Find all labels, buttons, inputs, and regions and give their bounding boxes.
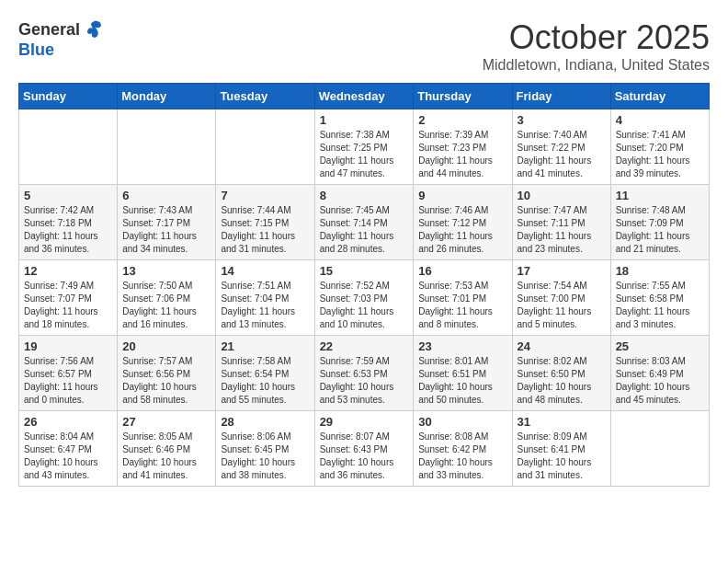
day-number: 4 <box>616 113 704 127</box>
logo: General Blue <box>18 18 104 60</box>
calendar-day-cell: 12Sunrise: 7:49 AM Sunset: 7:07 PM Dayli… <box>19 260 118 336</box>
weekday-header-friday: Friday <box>512 84 610 109</box>
day-number: 8 <box>320 189 409 202</box>
day-number: 23 <box>418 339 506 353</box>
calendar-day-cell: 25Sunrise: 8:03 AM Sunset: 6:49 PM Dayli… <box>610 336 709 411</box>
day-number: 7 <box>221 189 309 202</box>
day-info: Sunrise: 7:45 AM Sunset: 7:14 PM Dayligh… <box>320 204 409 256</box>
calendar-day-cell: 16Sunrise: 7:53 AM Sunset: 7:01 PM Dayli… <box>414 260 512 336</box>
day-number: 25 <box>616 339 704 353</box>
day-number: 22 <box>320 339 409 353</box>
calendar-day-cell: 20Sunrise: 7:57 AM Sunset: 6:56 PM Dayli… <box>118 336 216 411</box>
calendar-day-cell: 2Sunrise: 7:39 AM Sunset: 7:23 PM Daylig… <box>414 109 512 185</box>
weekday-header-sunday: Sunday <box>19 84 118 109</box>
day-info: Sunrise: 8:06 AM Sunset: 6:45 PM Dayligh… <box>221 431 309 482</box>
calendar-day-cell <box>610 411 709 487</box>
calendar-day-cell: 17Sunrise: 7:54 AM Sunset: 7:00 PM Dayli… <box>512 260 610 336</box>
day-info: Sunrise: 8:01 AM Sunset: 6:51 PM Dayligh… <box>418 355 506 407</box>
day-number: 3 <box>518 113 606 127</box>
calendar-table: SundayMondayTuesdayWednesdayThursdayFrid… <box>18 83 710 487</box>
calendar-day-cell: 13Sunrise: 7:50 AM Sunset: 7:06 PM Dayli… <box>118 260 216 336</box>
calendar-day-cell: 14Sunrise: 7:51 AM Sunset: 7:04 PM Dayli… <box>216 260 314 336</box>
day-info: Sunrise: 7:44 AM Sunset: 7:15 PM Dayligh… <box>221 204 309 256</box>
day-info: Sunrise: 8:03 AM Sunset: 6:49 PM Dayligh… <box>616 355 704 407</box>
day-number: 24 <box>518 339 606 353</box>
weekday-header-wednesday: Wednesday <box>314 84 414 109</box>
calendar-day-cell: 6Sunrise: 7:43 AM Sunset: 7:17 PM Daylig… <box>118 185 216 260</box>
day-info: Sunrise: 7:42 AM Sunset: 7:18 PM Dayligh… <box>24 204 112 256</box>
day-number: 12 <box>24 264 112 278</box>
day-number: 5 <box>24 189 112 202</box>
month-title: October 2025 <box>483 18 710 57</box>
calendar-day-cell: 5Sunrise: 7:42 AM Sunset: 7:18 PM Daylig… <box>19 185 118 260</box>
calendar-day-cell: 8Sunrise: 7:45 AM Sunset: 7:14 PM Daylig… <box>314 185 414 260</box>
day-number: 10 <box>518 189 606 202</box>
day-number: 28 <box>221 415 309 429</box>
day-number: 13 <box>122 264 210 278</box>
day-info: Sunrise: 7:55 AM Sunset: 6:58 PM Dayligh… <box>616 280 704 331</box>
calendar-week-row: 1Sunrise: 7:38 AM Sunset: 7:25 PM Daylig… <box>19 109 710 185</box>
calendar-day-cell <box>118 109 216 185</box>
day-number: 11 <box>616 189 704 202</box>
calendar-day-cell: 4Sunrise: 7:41 AM Sunset: 7:20 PM Daylig… <box>610 109 709 185</box>
day-info: Sunrise: 7:43 AM Sunset: 7:17 PM Dayligh… <box>122 204 210 256</box>
logo-bird-icon <box>82 18 104 40</box>
day-info: Sunrise: 7:56 AM Sunset: 6:57 PM Dayligh… <box>24 355 112 407</box>
day-number: 30 <box>418 415 506 429</box>
day-info: Sunrise: 7:39 AM Sunset: 7:23 PM Dayligh… <box>418 129 506 180</box>
calendar-day-cell <box>19 109 118 185</box>
calendar-day-cell: 15Sunrise: 7:52 AM Sunset: 7:03 PM Dayli… <box>314 260 414 336</box>
day-info: Sunrise: 8:02 AM Sunset: 6:50 PM Dayligh… <box>518 355 606 407</box>
calendar-week-row: 19Sunrise: 7:56 AM Sunset: 6:57 PM Dayli… <box>19 336 710 411</box>
calendar-day-cell: 31Sunrise: 8:09 AM Sunset: 6:41 PM Dayli… <box>512 411 610 487</box>
day-info: Sunrise: 7:58 AM Sunset: 6:54 PM Dayligh… <box>221 355 309 407</box>
logo-blue-text: Blue <box>18 40 54 60</box>
day-info: Sunrise: 7:38 AM Sunset: 7:25 PM Dayligh… <box>320 129 409 180</box>
calendar-day-cell: 29Sunrise: 8:07 AM Sunset: 6:43 PM Dayli… <box>314 411 414 487</box>
day-info: Sunrise: 7:54 AM Sunset: 7:00 PM Dayligh… <box>518 280 606 331</box>
calendar-day-cell: 26Sunrise: 8:04 AM Sunset: 6:47 PM Dayli… <box>19 411 118 487</box>
day-number: 21 <box>221 339 309 353</box>
day-number: 1 <box>320 113 409 127</box>
day-info: Sunrise: 7:41 AM Sunset: 7:20 PM Dayligh… <box>616 129 704 180</box>
day-info: Sunrise: 7:52 AM Sunset: 7:03 PM Dayligh… <box>320 280 409 331</box>
day-number: 17 <box>518 264 606 278</box>
day-number: 19 <box>24 339 112 353</box>
day-number: 6 <box>122 189 210 202</box>
day-info: Sunrise: 7:50 AM Sunset: 7:06 PM Dayligh… <box>122 280 210 331</box>
weekday-header-monday: Monday <box>118 84 216 109</box>
day-info: Sunrise: 7:59 AM Sunset: 6:53 PM Dayligh… <box>320 355 409 407</box>
calendar-week-row: 5Sunrise: 7:42 AM Sunset: 7:18 PM Daylig… <box>19 185 710 260</box>
day-number: 14 <box>221 264 309 278</box>
day-number: 31 <box>518 415 606 429</box>
day-number: 27 <box>122 415 210 429</box>
page-header: General Blue October 2025 Middletown, In… <box>18 18 710 74</box>
calendar-week-row: 26Sunrise: 8:04 AM Sunset: 6:47 PM Dayli… <box>19 411 710 487</box>
calendar-day-cell: 28Sunrise: 8:06 AM Sunset: 6:45 PM Dayli… <box>216 411 314 487</box>
day-number: 20 <box>122 339 210 353</box>
weekday-header-tuesday: Tuesday <box>216 84 314 109</box>
calendar-day-cell: 18Sunrise: 7:55 AM Sunset: 6:58 PM Dayli… <box>610 260 709 336</box>
weekday-header-thursday: Thursday <box>414 84 512 109</box>
day-info: Sunrise: 7:47 AM Sunset: 7:11 PM Dayligh… <box>518 204 606 256</box>
day-info: Sunrise: 7:46 AM Sunset: 7:12 PM Dayligh… <box>418 204 506 256</box>
day-info: Sunrise: 8:09 AM Sunset: 6:41 PM Dayligh… <box>518 431 606 482</box>
calendar-day-cell: 7Sunrise: 7:44 AM Sunset: 7:15 PM Daylig… <box>216 185 314 260</box>
day-info: Sunrise: 7:57 AM Sunset: 6:56 PM Dayligh… <box>122 355 210 407</box>
calendar-day-cell: 10Sunrise: 7:47 AM Sunset: 7:11 PM Dayli… <box>512 185 610 260</box>
title-section: October 2025 Middletown, Indiana, United… <box>483 18 710 74</box>
day-info: Sunrise: 7:53 AM Sunset: 7:01 PM Dayligh… <box>418 280 506 331</box>
day-number: 18 <box>616 264 704 278</box>
calendar-day-cell: 9Sunrise: 7:46 AM Sunset: 7:12 PM Daylig… <box>414 185 512 260</box>
calendar-day-cell: 24Sunrise: 8:02 AM Sunset: 6:50 PM Dayli… <box>512 336 610 411</box>
day-info: Sunrise: 7:49 AM Sunset: 7:07 PM Dayligh… <box>24 280 112 331</box>
calendar-day-cell <box>216 109 314 185</box>
day-info: Sunrise: 8:04 AM Sunset: 6:47 PM Dayligh… <box>24 431 112 482</box>
logo-general-text: General <box>18 20 80 40</box>
day-info: Sunrise: 7:51 AM Sunset: 7:04 PM Dayligh… <box>221 280 309 331</box>
day-number: 16 <box>418 264 506 278</box>
calendar-day-cell: 23Sunrise: 8:01 AM Sunset: 6:51 PM Dayli… <box>414 336 512 411</box>
calendar-day-cell: 11Sunrise: 7:48 AM Sunset: 7:09 PM Dayli… <box>610 185 709 260</box>
calendar-header-row: SundayMondayTuesdayWednesdayThursdayFrid… <box>19 84 710 109</box>
calendar-day-cell: 3Sunrise: 7:40 AM Sunset: 7:22 PM Daylig… <box>512 109 610 185</box>
